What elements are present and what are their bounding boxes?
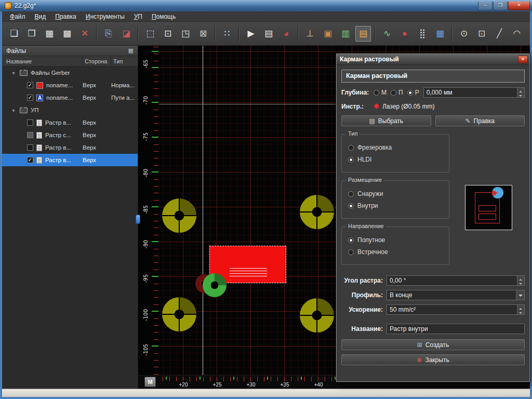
tree-group-up[interactable]: ▾ УП	[2, 104, 138, 116]
column-type[interactable]: Тип	[111, 56, 138, 66]
spin-up-icon[interactable]	[517, 88, 524, 92]
direction-option-conventional[interactable]: Встречное	[348, 248, 444, 256]
row-checkbox[interactable]: ✓	[27, 95, 33, 101]
row-checkbox[interactable]: ✓	[27, 82, 33, 88]
tree-row-gerber-2[interactable]: ✓ A noname... Верх Пути а...	[2, 91, 138, 104]
name-field[interactable]: Растр внутри	[387, 324, 525, 334]
fiducial-ring[interactable]	[300, 195, 334, 229]
raster-pocket-icon[interactable]: ▤	[355, 26, 371, 42]
depth-radio-p[interactable]	[391, 90, 396, 96]
measure-mode-button[interactable]: M	[144, 377, 156, 387]
import-file-icon[interactable]: ⎘	[101, 26, 116, 42]
circle-center-tool-icon[interactable]: ⊙	[456, 26, 472, 42]
open-file-icon[interactable]: ❒	[24, 26, 39, 42]
radio-icon[interactable]	[348, 157, 354, 163]
tool-table-icon[interactable]: ▤	[261, 26, 276, 42]
spin-down-icon[interactable]	[517, 310, 524, 314]
placement-option-outside[interactable]: Снаружи	[348, 190, 444, 197]
chevron-down-icon[interactable]: ▾	[10, 108, 17, 113]
radio-icon[interactable]	[348, 191, 354, 197]
close-button[interactable]: ✕	[508, 2, 530, 10]
fiducial-ring[interactable]	[162, 297, 196, 331]
row-checkbox[interactable]	[27, 119, 33, 126]
close-file-icon[interactable]: ✕	[77, 26, 92, 42]
fiducial-ring-green[interactable]	[203, 273, 227, 297]
row-checkbox[interactable]	[27, 132, 33, 138]
edit-tool-button[interactable]: ✎ Правка	[435, 115, 525, 126]
layers-compare-icon[interactable]: ◪	[118, 26, 134, 42]
spin-down-icon[interactable]	[517, 92, 524, 97]
chevron-down-icon[interactable]: ▾	[10, 70, 17, 76]
radio-icon[interactable]	[348, 203, 354, 209]
row-checkbox[interactable]	[27, 144, 33, 151]
menu-tools[interactable]: Инструменты	[81, 12, 129, 21]
zoom-object-icon[interactable]: ⊠	[195, 26, 211, 42]
acceleration-field[interactable]: 50 mm/c²	[387, 304, 525, 315]
new-file-icon[interactable]: ❏	[6, 26, 22, 42]
column-side[interactable]: Сторона	[83, 56, 111, 66]
menu-edit[interactable]: Правка	[50, 12, 81, 21]
radio-icon[interactable]	[348, 145, 354, 151]
placement-option-inside[interactable]: Внутри	[348, 202, 444, 209]
type-option-milling[interactable]: Фрезеровка	[348, 144, 444, 151]
tree-row-up-2[interactable]: Растр с... Верх	[2, 129, 138, 141]
grid-blue-tool-icon[interactable]: ▦	[432, 26, 448, 42]
fiducial-ring[interactable]	[162, 198, 196, 233]
panel-splitter-handle[interactable]	[136, 215, 140, 224]
radio-icon[interactable]	[348, 237, 354, 243]
zoom-fit-icon[interactable]: ⊡	[160, 26, 176, 42]
create-button[interactable]: ⊞ Создать	[341, 339, 525, 350]
column-name[interactable]: Название	[2, 56, 83, 66]
pie-preview-icon[interactable]: ◕	[278, 26, 294, 42]
zoom-window-icon[interactable]: ⬚	[142, 26, 158, 42]
depth-value-field[interactable]: 0,000 мм	[423, 87, 525, 98]
snap-grid-icon[interactable]: ∷	[219, 26, 235, 42]
depth-radio-r[interactable]	[407, 90, 413, 96]
minimize-button[interactable]: –	[478, 2, 493, 10]
spinner[interactable]	[517, 276, 524, 285]
dialog-close-button[interactable]: ✕	[518, 56, 528, 63]
menu-help[interactable]: Помощь	[147, 12, 180, 21]
fiducial-ring[interactable]	[300, 298, 334, 332]
depth-radio-m[interactable]	[374, 90, 379, 96]
radio-icon[interactable]	[348, 249, 354, 255]
save-file-icon[interactable]: ▦	[42, 26, 57, 42]
close-dialog-button[interactable]: ⊗ Закрыть	[341, 354, 525, 365]
spline-tool-icon[interactable]: ∿	[379, 26, 395, 42]
select-tool-button[interactable]: ▤ Выбрать	[341, 115, 431, 126]
spinner[interactable]	[517, 88, 524, 97]
save-as-icon[interactable]: ▩	[59, 26, 75, 42]
menu-file[interactable]: Файл	[5, 12, 30, 21]
spin-down-icon[interactable]	[517, 281, 524, 285]
profile-dropdown[interactable]: В конце	[387, 290, 525, 300]
spinner[interactable]	[517, 305, 524, 314]
circle-fill-tool-icon[interactable]: ●	[397, 26, 413, 42]
panel-menu-icon[interactable]: ▦	[128, 47, 134, 54]
menu-up[interactable]: УП	[129, 12, 147, 21]
direction-option-climb[interactable]: Попутное	[348, 236, 444, 244]
window-titlebar[interactable]: 22.g2g* – ❐ ✕	[0, 0, 532, 11]
matrix-tool-icon[interactable]: ⣿	[415, 26, 430, 42]
tree-row-up-3[interactable]: Растр в... Верх	[2, 141, 138, 154]
raster-green-icon[interactable]: ▥	[338, 26, 353, 42]
dialog-titlebar[interactable]: Карман растровый ✕	[337, 54, 529, 65]
type-option-hldi[interactable]: HLDI	[348, 156, 444, 163]
mill-tool-icon[interactable]: ▣	[320, 26, 336, 42]
tree-row-gerber-1[interactable]: ✓ noname... Верх Норма...	[2, 79, 138, 91]
rect-center-tool-icon[interactable]: ⊡	[474, 26, 489, 42]
tree-row-up-4-selected[interactable]: ✓ Растр в... Верх	[2, 154, 138, 166]
line-tool-icon[interactable]: ╱	[491, 26, 507, 42]
zoom-selection-icon[interactable]: ◳	[178, 26, 193, 42]
spin-up-icon[interactable]	[517, 305, 524, 310]
chevron-down-icon[interactable]	[516, 290, 524, 300]
arc-tool-icon[interactable]: ◠	[509, 26, 525, 42]
row-checkbox[interactable]: ✓	[27, 157, 33, 163]
tree-row-up-1[interactable]: Растр в... Верх	[2, 116, 138, 129]
run-job-icon[interactable]: ▶	[243, 26, 259, 42]
maximize-button[interactable]: ❐	[493, 2, 508, 10]
drill-tool-icon[interactable]: ⊥	[302, 26, 318, 42]
angle-field[interactable]: 0,00 °	[387, 275, 525, 286]
tree-group-gerber[interactable]: ▾ Файлы Gerber	[2, 66, 138, 79]
menu-view[interactable]: Вид	[30, 12, 51, 21]
spin-up-icon[interactable]	[517, 276, 524, 281]
